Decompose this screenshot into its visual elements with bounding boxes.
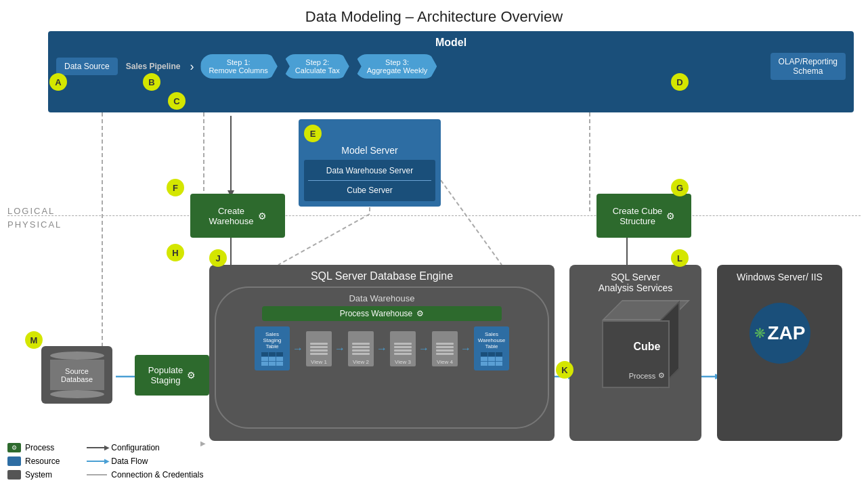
badge-a: A bbox=[49, 73, 67, 91]
badge-j: J bbox=[209, 249, 227, 267]
create-warehouse-gear-icon: ⚙ bbox=[258, 211, 267, 221]
create-warehouse-label: CreateWarehouse bbox=[209, 206, 254, 226]
legend-config: ▶ Configuration bbox=[87, 443, 203, 452]
legend-connection-label: Connection & Credentials bbox=[111, 470, 203, 480]
model-items: Data Source Sales Pipeline › Step 1:Remo… bbox=[56, 53, 846, 80]
process-warehouse-label: Process Warehouse bbox=[340, 309, 413, 318]
zap-logo: ❋ ZAP bbox=[724, 303, 836, 364]
process-legend-icon: ⚙ bbox=[7, 443, 21, 452]
legend-connection: ▶ Connection & Credentials bbox=[87, 470, 203, 480]
process-warehouse-box: Process Warehouse ⚙ bbox=[262, 306, 502, 321]
legend-config-label: Configuration bbox=[111, 443, 159, 452]
sales-warehouse-table: SalesWarehouseTable bbox=[474, 326, 509, 370]
step3-item: Step 3:Aggregate Weekly bbox=[355, 54, 437, 79]
badge-l: L bbox=[671, 249, 689, 267]
step2-item: Step 2:Calculate Tax bbox=[283, 54, 349, 79]
source-database-box: SourceDatabase bbox=[41, 346, 112, 404]
populate-staging-label: PopulateStaging bbox=[148, 365, 183, 385]
legend-system-label: System bbox=[25, 470, 52, 480]
badge-k: K bbox=[556, 361, 573, 379]
config-arrow-icon: ▶ bbox=[87, 447, 107, 448]
table-arrow5-icon: → bbox=[460, 343, 471, 355]
sales-pipeline-item: Sales Pipeline bbox=[123, 59, 183, 74]
dw-label: Data Warehouse bbox=[221, 293, 542, 303]
cube-container: Cube Process ⚙ bbox=[592, 300, 680, 388]
model-server-title: Model Server bbox=[304, 145, 435, 156]
populate-staging-box: PopulateStaging ⚙ bbox=[135, 355, 209, 396]
data-source-item: Data Source bbox=[56, 58, 118, 75]
legend-resource-label: Resource bbox=[25, 456, 60, 466]
legend-system: System bbox=[7, 470, 60, 480]
page-title-text: Data Modeling – Architecture Overview bbox=[0, 0, 868, 31]
view1-icon: View 1 bbox=[306, 331, 332, 366]
dw-server-item: Data Warehouse Server bbox=[308, 164, 431, 177]
legend-resource: Resource bbox=[7, 456, 60, 466]
step1-item: Step 1:Remove Columns bbox=[200, 54, 277, 79]
table-arrow1-icon: → bbox=[292, 343, 303, 355]
sql-server-title: SQL Server Database Engine bbox=[215, 270, 549, 282]
create-warehouse-box: CreateWarehouse ⚙ bbox=[190, 194, 285, 238]
cube-front-face: Cube Process ⚙ bbox=[602, 320, 670, 388]
table-flow: SalesStagingTable → bbox=[221, 326, 542, 370]
badge-h: H bbox=[167, 244, 184, 261]
sales-staging-table: SalesStagingTable bbox=[255, 326, 290, 370]
table-arrow4-icon: → bbox=[418, 343, 429, 355]
data-warehouse-oval: Data Warehouse Process Warehouse ⚙ Sales… bbox=[215, 286, 549, 429]
physical-label: PHYSICAL bbox=[7, 219, 62, 230]
analysis-services-box: SQL ServerAnalysis Services Cube Process… bbox=[569, 265, 701, 441]
resource-legend-icon bbox=[7, 456, 21, 466]
db-cylinder-body: SourceDatabase bbox=[50, 360, 104, 390]
legend-dataflow: ▶ Data Flow bbox=[87, 456, 203, 466]
badge-e: E bbox=[304, 125, 322, 142]
svg-line-8 bbox=[441, 180, 502, 265]
view3-icon: View 3 bbox=[390, 331, 416, 366]
arrow-icon: › bbox=[188, 60, 195, 74]
analysis-title: SQL ServerAnalysis Services bbox=[576, 272, 695, 293]
badge-g: G bbox=[671, 179, 689, 196]
zap-circle: ❋ ZAP bbox=[750, 303, 810, 364]
svg-line-7 bbox=[278, 214, 370, 265]
connection-line-icon: ▶ bbox=[87, 474, 107, 475]
badge-b: B bbox=[143, 73, 160, 91]
legend-arrows: ▶ Configuration ▶ Data Flow ▶ Connection… bbox=[87, 443, 203, 480]
logical-label: LOGICAL bbox=[7, 206, 55, 216]
logical-line bbox=[7, 215, 861, 216]
model-server-items: Data Warehouse Server Cube Server bbox=[304, 160, 435, 201]
create-cube-label: Create CubeStructure bbox=[613, 206, 663, 226]
db-cylinder-top bbox=[50, 352, 104, 360]
cube-label: Cube bbox=[613, 341, 681, 353]
populate-staging-gear-icon: ⚙ bbox=[187, 370, 196, 381]
create-cube-box: Create CubeStructure ⚙ bbox=[596, 194, 691, 238]
cube-process: Process ⚙ bbox=[613, 371, 681, 380]
table-arrow3-icon: → bbox=[376, 343, 387, 355]
badge-m: M bbox=[25, 331, 43, 349]
legend: ⚙ Process Resource System ▶ Configuratio… bbox=[7, 443, 203, 480]
model-server-box: E Model Server Data Warehouse Server Cub… bbox=[299, 119, 441, 207]
view4-icon: View 4 bbox=[432, 331, 458, 366]
cube-server-item: Cube Server bbox=[308, 184, 431, 197]
windows-server-box: Windows Server/ IIS ❋ ZAP bbox=[717, 265, 842, 441]
legend-dataflow-label: Data Flow bbox=[111, 456, 148, 466]
db-cylinder-bottom bbox=[50, 390, 104, 398]
zap-leaf-icon: ❋ bbox=[754, 325, 766, 341]
windows-server-title: Windows Server/ IIS bbox=[724, 272, 836, 282]
create-cube-gear-icon: ⚙ bbox=[666, 211, 675, 221]
model-label: Model bbox=[56, 37, 846, 49]
process-warehouse-gear-icon: ⚙ bbox=[416, 309, 424, 318]
legend-process: ⚙ Process bbox=[7, 443, 60, 452]
dataflow-arrow-icon: ▶ bbox=[87, 461, 107, 462]
badge-c: C bbox=[168, 92, 186, 110]
legend-types: ⚙ Process Resource System bbox=[7, 443, 60, 480]
zap-text: ZAP bbox=[768, 322, 806, 344]
badge-f: F bbox=[167, 179, 184, 196]
view2-icon: View 2 bbox=[348, 331, 374, 366]
badge-d: D bbox=[671, 73, 689, 91]
sql-server-box: SQL Server Database Engine Data Warehous… bbox=[209, 265, 555, 441]
system-legend-icon bbox=[7, 470, 21, 480]
table-arrow2-icon: → bbox=[334, 343, 345, 355]
olap-item: OLAP/ReportingSchema bbox=[771, 53, 846, 80]
legend-process-label: Process bbox=[25, 443, 54, 452]
